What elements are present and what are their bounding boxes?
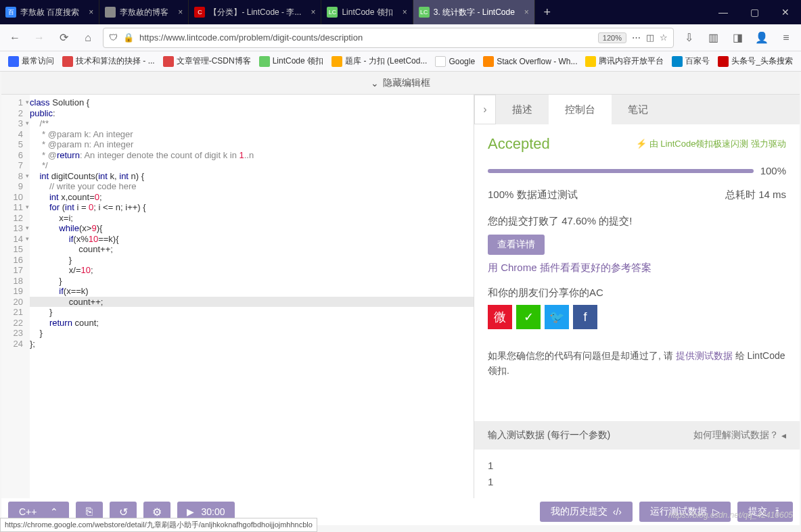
bookmark-item[interactable]: 头条号_头条搜索 (715, 54, 796, 68)
close-icon[interactable]: × (89, 7, 93, 17)
code-content[interactable]: class Solution {public: /** * @param k: … (30, 95, 474, 498)
wechat-icon[interactable]: ✓ (516, 305, 541, 329)
library-icon[interactable]: ▥ (704, 28, 723, 47)
report-text: 如果您确信您的代码有问题但是却通过了, 请 提供测试数据 给 LintCode … (488, 348, 786, 379)
share-label: 和你的朋友们分享你的AC (488, 287, 786, 299)
facebook-icon[interactable]: f (573, 305, 597, 329)
bookmarks-bar: 最常访问 技术和算法的抉择 - ... 文章管理-CSDN博客 LintCode… (0, 51, 801, 72)
browser-titlebar: 百李敖赦 百度搜索× 李敖赦的博客× C【分类】- LintCode - 李..… (0, 0, 801, 24)
chevron-left-icon: ◂ (781, 430, 786, 441)
bookmark-icon (672, 56, 683, 67)
lock-icon: 🔒 (123, 32, 134, 43)
account-icon[interactable]: 👤 (752, 28, 771, 47)
bookmark-item[interactable]: 最常访问 (5, 54, 57, 68)
maximize-icon[interactable]: ▢ (739, 0, 770, 24)
chevron-down-icon: ⌄ (371, 78, 379, 89)
menu-icon[interactable]: ≡ (777, 28, 796, 47)
bookmark-item[interactable]: 百家号 (669, 54, 712, 68)
bookmark-item[interactable]: 腾讯内容开放平台 (582, 54, 666, 68)
browser-tab[interactable]: 百李敖赦 百度搜索× (0, 0, 99, 24)
new-tab-button[interactable]: + (535, 0, 559, 24)
history-button[interactable]: 我的历史提交‹/› (540, 502, 633, 522)
bookmark-icon (585, 56, 596, 67)
status-label: Accepted (488, 135, 550, 153)
browser-tab[interactable]: C【分类】- LintCode - 李...× (189, 0, 321, 24)
favicon-icon (105, 7, 116, 18)
bookmark-icon (331, 56, 342, 67)
browser-tab[interactable]: 李敖赦的博客× (99, 0, 189, 24)
report-link[interactable]: 提供测试数据 (676, 350, 733, 361)
input-help-link[interactable]: 如何理解测试数据？ ◂ (693, 429, 786, 441)
result-pane: › 描述 控制台 笔记 Accepted ⚡ 由 LintCode领扣极速闪测 … (474, 95, 800, 498)
bookmark-icon (8, 56, 19, 67)
line-gutter: 123456789101112131415161718192021222324 (1, 95, 30, 498)
status-bar: https://chrome.google.com/webstore/detai… (0, 518, 317, 532)
home-icon[interactable]: ⌂ (78, 28, 97, 47)
favicon-icon: LC (327, 7, 338, 18)
bookmark-item[interactable]: 技术和算法的抉择 - ... (60, 54, 158, 68)
code-icon: ‹/› (613, 506, 622, 517)
chrome-plugin-link[interactable]: 用 Chrome 插件看看更好的参考答案 (488, 262, 786, 274)
bolt-icon: ⚡ (636, 139, 647, 149)
close-icon[interactable]: × (524, 7, 529, 17)
time-text: 总耗时 14 ms (725, 189, 786, 201)
weibo-icon[interactable]: 微 (488, 305, 512, 329)
minimize-icon[interactable]: — (708, 0, 739, 24)
collapse-handle[interactable]: › (474, 95, 496, 124)
progress-bar (488, 169, 754, 173)
close-icon[interactable]: × (403, 7, 407, 17)
hide-editor-toggle[interactable]: ⌄ 隐藏编辑框 (1, 72, 800, 95)
twitter-icon[interactable]: 🐦 (545, 305, 569, 329)
bookmark-icon (62, 56, 73, 67)
bookmark-icon (435, 56, 446, 67)
test-input-area[interactable]: 1 1 (474, 450, 800, 498)
bookmark-item[interactable]: Stack Overflow - Wh... (480, 55, 580, 68)
favicon-icon: LC (419, 7, 430, 18)
tab-notes[interactable]: 笔记 (612, 95, 664, 124)
play-icon: ▶ (187, 506, 194, 517)
driven-by-label: ⚡ 由 LintCode领扣极速闪测 强力驱动 (636, 138, 786, 150)
progress-percent: 100% (760, 165, 786, 176)
bookmark-item[interactable]: Google (432, 55, 478, 68)
beat-text: 您的提交打败了 47.60% 的提交! (488, 215, 786, 228)
chevron-up-icon: ⌃ (50, 506, 58, 517)
close-icon[interactable]: × (311, 7, 315, 17)
bookmark-item[interactable]: 题库 - 力扣 (LeetCod... (329, 54, 430, 68)
back-icon[interactable]: ← (5, 28, 24, 47)
downloads-icon[interactable]: ⇩ (679, 28, 698, 47)
favicon-icon: C (194, 7, 205, 18)
reader-icon[interactable]: ◫ (646, 32, 654, 43)
shield-icon: 🛡 (109, 32, 118, 43)
favicon-icon: 百 (5, 7, 16, 18)
close-icon[interactable]: × (178, 7, 183, 17)
close-window-icon[interactable]: ✕ (770, 0, 801, 24)
tab-description[interactable]: 描述 (496, 95, 549, 124)
pass-text: 100% 数据通过测试 (488, 189, 578, 201)
watermark: https://blog.csdn.net/qq_42410605 (668, 510, 793, 520)
test-input-header: 输入测试数据 (每行一个参数) 如何理解测试数据？ ◂ (474, 421, 800, 450)
browser-tab-active[interactable]: LC3. 统计数字 - LintCode× (413, 0, 535, 24)
bookmark-icon (259, 56, 270, 67)
browser-navbar: ← → ⟳ ⌂ 🛡 🔒 https://www.lintcode.com/pro… (0, 24, 801, 51)
zoom-badge[interactable]: 120% (598, 32, 626, 43)
forward-icon[interactable]: → (30, 28, 49, 47)
code-editor[interactable]: 123456789101112131415161718192021222324 … (1, 95, 474, 498)
more-icon[interactable]: ⋯ (632, 32, 641, 43)
star-icon[interactable]: ☆ (660, 32, 668, 43)
bookmark-item[interactable]: LintCode 领扣 (256, 54, 326, 68)
bookmark-item[interactable]: 文章管理-CSDN博客 (160, 54, 254, 68)
bookmark-icon (718, 56, 729, 67)
sidebar-icon[interactable]: ◨ (728, 28, 747, 47)
reload-icon[interactable]: ⟳ (54, 28, 73, 47)
tab-console[interactable]: 控制台 (549, 95, 612, 124)
bookmark-icon (163, 56, 174, 67)
url-text: https://www.lintcode.com/problem/digit-c… (139, 32, 363, 43)
browser-tab[interactable]: LCLintCode 领扣× (321, 0, 413, 24)
url-bar[interactable]: 🛡 🔒 https://www.lintcode.com/problem/dig… (103, 28, 674, 48)
details-button[interactable]: 查看详情 (488, 235, 545, 255)
bookmark-icon (483, 56, 494, 67)
